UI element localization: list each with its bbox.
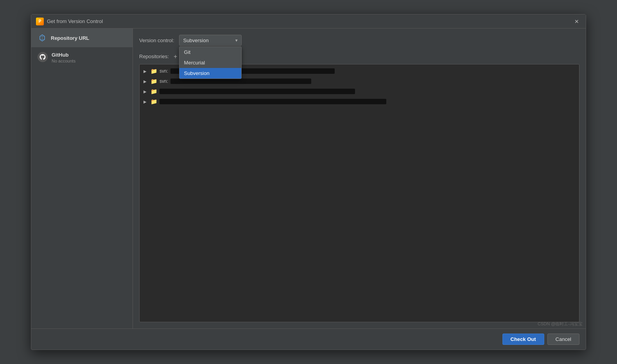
github-item-text: GitHub No accounts bbox=[52, 52, 75, 63]
sidebar-item-github[interactable]: GitHub No accounts bbox=[31, 47, 133, 68]
repo-list-item[interactable]: ▶ 📁 bbox=[140, 86, 579, 96]
folder-icon: 📁 bbox=[151, 88, 157, 95]
watermark: CSDN @临时工-冯宝宝 bbox=[538, 321, 583, 327]
close-button[interactable]: ✕ bbox=[572, 17, 581, 26]
dropdown-option-git[interactable]: Git bbox=[179, 47, 241, 57]
folder-icon: 📁 bbox=[151, 78, 157, 84]
repo-item-text: svn: bbox=[160, 68, 168, 74]
repositories-label: Repositories: bbox=[139, 54, 169, 59]
vcs-dropdown-wrapper: Subversion ▼ Git Mercurial Subversion bbox=[179, 35, 242, 46]
content-area: Repository URL GitHub No accounts Versio… bbox=[31, 29, 586, 328]
github-sublabel: No accounts bbox=[52, 59, 75, 63]
expand-arrow-icon: ▶ bbox=[143, 79, 148, 84]
repository-list: ▶ 📁 svn: ▶ 📁 svn: ▶ 📁 bbox=[139, 64, 579, 322]
repository-url-icon bbox=[38, 33, 47, 43]
repo-item-text: svn: bbox=[160, 79, 168, 84]
github-label: GitHub bbox=[52, 52, 75, 58]
vc-label: Version control: bbox=[139, 37, 174, 43]
vcs-selected-value: Subversion bbox=[183, 37, 209, 43]
sidebar: Repository URL GitHub No accounts bbox=[31, 29, 133, 328]
bottom-bar: Check Out Cancel bbox=[31, 328, 586, 350]
expand-arrow-icon: ▶ bbox=[143, 69, 148, 73]
add-repository-button[interactable]: + bbox=[172, 52, 179, 61]
main-panel: Version control: Subversion ▼ Git Mercur… bbox=[133, 29, 586, 328]
dropdown-arrow-icon: ▼ bbox=[235, 38, 239, 43]
title-bar-left: P Get from Version Control bbox=[36, 18, 103, 25]
checkout-button[interactable]: Check Out bbox=[502, 334, 544, 345]
dropdown-option-subversion[interactable]: Subversion bbox=[179, 68, 241, 79]
dropdown-option-mercurial[interactable]: Mercurial bbox=[179, 57, 241, 68]
repo-item-redacted bbox=[160, 89, 355, 94]
repo-list-item[interactable]: ▶ 📁 bbox=[140, 96, 579, 107]
folder-icon: 📁 bbox=[151, 98, 157, 105]
vcs-dropdown-menu: Git Mercurial Subversion bbox=[179, 46, 242, 79]
repo-item-redacted bbox=[160, 99, 386, 104]
folder-icon: 📁 bbox=[151, 68, 157, 74]
version-control-row: Version control: Subversion ▼ Git Mercur… bbox=[139, 35, 579, 46]
dialog: P Get from Version Control ✕ Repository … bbox=[31, 14, 586, 350]
dialog-title: Get from Version Control bbox=[47, 18, 103, 24]
vcs-dropdown-button[interactable]: Subversion ▼ bbox=[179, 35, 242, 46]
app-icon: P bbox=[36, 18, 44, 25]
cancel-button[interactable]: Cancel bbox=[547, 334, 579, 345]
expand-arrow-icon: ▶ bbox=[143, 100, 148, 104]
expand-arrow-icon: ▶ bbox=[143, 89, 148, 94]
title-bar: P Get from Version Control ✕ bbox=[31, 14, 586, 29]
github-icon bbox=[38, 52, 48, 62]
sidebar-item-label-url: Repository URL bbox=[51, 35, 89, 41]
sidebar-item-repository-url[interactable]: Repository URL bbox=[31, 29, 133, 47]
repo-item-redacted bbox=[170, 79, 311, 84]
